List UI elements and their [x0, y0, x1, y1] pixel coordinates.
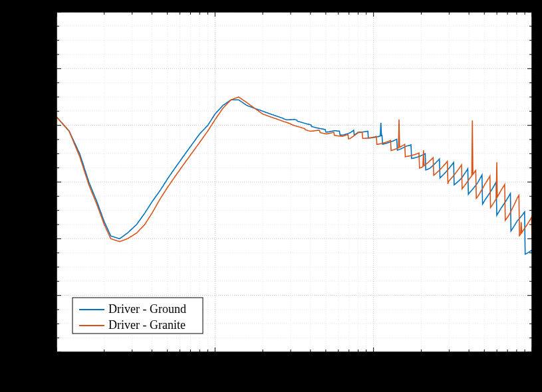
chart-svg: Driver - GroundDriver - Granite	[0, 0, 542, 392]
chart-container: Driver - GroundDriver - Granite	[0, 0, 542, 392]
legend-label-1: Driver - Granite	[108, 318, 186, 332]
legend-label-0: Driver - Ground	[108, 302, 186, 316]
legend: Driver - GroundDriver - Granite	[72, 298, 203, 334]
